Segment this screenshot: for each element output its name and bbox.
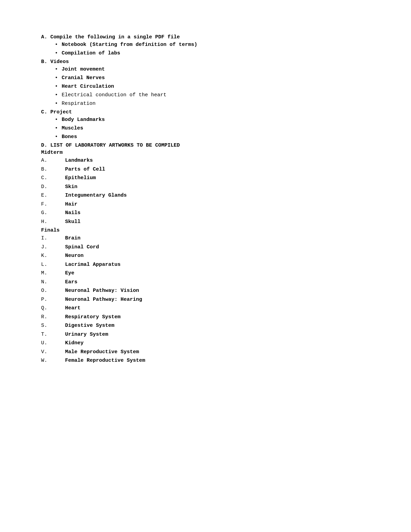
list-letter: H. <box>41 218 65 226</box>
item-label: Landmarks <box>65 156 93 165</box>
list-item: Bones <box>55 133 370 141</box>
list-letter: F. <box>41 200 65 209</box>
list-item: R. Respiratory System <box>41 313 370 322</box>
item-label: Respiration <box>62 101 96 107</box>
list-letter: D. <box>41 183 65 191</box>
list-letter: B. <box>41 165 65 174</box>
item-label: Lacrimal Apparatus <box>65 260 121 269</box>
list-letter: E. <box>41 191 65 200</box>
item-label: Heart <box>65 304 80 313</box>
list-letter: J. <box>41 243 65 252</box>
list-letter: V. <box>41 348 65 357</box>
item-label: Heart Circulation <box>62 84 114 89</box>
item-label: Kidney <box>65 339 84 348</box>
item-label: Integumentary Glands <box>65 191 127 200</box>
list-item: H. Skull <box>41 218 370 226</box>
item-label: Notebook (Starting from definition of te… <box>62 42 197 48</box>
item-label: Respiratory System <box>65 313 121 322</box>
item-label: Digestive System <box>65 321 114 330</box>
list-item: V. Male Reproductive System <box>41 348 370 357</box>
list-letter: P. <box>41 295 65 304</box>
item-label: Ears <box>65 278 77 287</box>
list-letter: G. <box>41 209 65 218</box>
list-letter: O. <box>41 286 65 295</box>
section-d-header: D. LIST OF LABORATORY ARTWORKS TO BE COM… <box>41 143 370 148</box>
finals-label: Finals <box>41 227 370 233</box>
item-label: Brain <box>65 234 80 243</box>
document-content: A. Compile the following in a single PDF… <box>41 34 370 365</box>
list-letter: N. <box>41 278 65 287</box>
list-item: Compilation of labs <box>55 49 370 58</box>
list-item: T. Urinary System <box>41 330 370 339</box>
list-letter: L. <box>41 260 65 269</box>
item-label: Skull <box>65 218 80 226</box>
list-letter: R. <box>41 313 65 322</box>
item-label: Eye <box>65 269 74 278</box>
section-a-header: A. Compile the following in a single PDF… <box>41 34 370 40</box>
finals-list: I. Brain J. Spinal Cord K. Neuron L. Lac… <box>41 234 370 365</box>
item-label: Neuronal Pathway: Hearing <box>65 295 142 304</box>
item-label: Bones <box>62 134 77 140</box>
list-item: Notebook (Starting from definition of te… <box>55 41 370 49</box>
list-letter: C. <box>41 174 65 183</box>
list-item: F. Hair <box>41 200 370 209</box>
item-label: Female Reproductive System <box>65 356 145 365</box>
section-a-list: Notebook (Starting from definition of te… <box>55 41 370 58</box>
list-letter: M. <box>41 269 65 278</box>
list-letter: W. <box>41 356 65 365</box>
list-letter: A. <box>41 156 65 165</box>
section-c-header: C. Project <box>41 109 370 115</box>
list-item: Cranial Nerves <box>55 74 370 82</box>
list-item: P. Neuronal Pathway: Hearing <box>41 295 370 304</box>
midterm-label: Midterm <box>41 150 370 156</box>
list-letter: U. <box>41 339 65 348</box>
list-item: Joint movement <box>55 65 370 74</box>
midterm-list: A. Landmarks B. Parts of Cell C. Epithel… <box>41 156 370 226</box>
section-b: B. Videos Joint movement Cranial Nerves … <box>41 59 370 108</box>
item-label: Skin <box>65 183 77 191</box>
item-label: Joint movement <box>62 66 105 72</box>
list-item: B. Parts of Cell <box>41 165 370 174</box>
item-label: Parts of Cell <box>65 165 105 174</box>
section-d: D. LIST OF LABORATORY ARTWORKS TO BE COM… <box>41 143 370 365</box>
section-c-list: Body Landmarks Muscles Bones <box>55 116 370 141</box>
item-label: Nails <box>65 209 80 218</box>
item-label: Male Reproductive System <box>65 348 139 357</box>
list-item: Electrical conduction of the heart <box>55 91 370 99</box>
list-letter: T. <box>41 330 65 339</box>
list-item: K. Neuron <box>41 251 370 260</box>
list-item: Respiration <box>55 100 370 108</box>
list-letter: K. <box>41 251 65 260</box>
item-label: Cranial Nerves <box>62 75 105 81</box>
item-label: Compilation of labs <box>62 50 120 56</box>
section-a: A. Compile the following in a single PDF… <box>41 34 370 58</box>
list-item: Q. Heart <box>41 304 370 313</box>
list-item: L. Lacrimal Apparatus <box>41 260 370 269</box>
item-label: Electrical conduction of the heart <box>62 92 166 98</box>
list-item: A. Landmarks <box>41 156 370 165</box>
list-item: G. Nails <box>41 209 370 218</box>
item-label: Spinal Cord <box>65 243 99 252</box>
list-item: Heart Circulation <box>55 83 370 91</box>
item-label: Body Landmarks <box>62 117 105 123</box>
item-label: Neuron <box>65 251 84 260</box>
item-label: Hair <box>65 200 77 209</box>
item-label: Urinary System <box>65 330 108 339</box>
section-b-list: Joint movement Cranial Nerves Heart Circ… <box>55 65 370 108</box>
list-item: U. Kidney <box>41 339 370 348</box>
item-label: Epithelium <box>65 174 96 183</box>
list-letter: S. <box>41 321 65 330</box>
section-c: C. Project Body Landmarks Muscles Bones <box>41 109 370 141</box>
list-item: M. Eye <box>41 269 370 278</box>
list-item: C. Epithelium <box>41 174 370 183</box>
list-item: O. Neuronal Pathway: Vision <box>41 286 370 295</box>
item-label: Neuronal Pathway: Vision <box>65 286 139 295</box>
list-letter: Q. <box>41 304 65 313</box>
list-letter: I. <box>41 234 65 243</box>
list-item: S. Digestive System <box>41 321 370 330</box>
list-item: J. Spinal Cord <box>41 243 370 252</box>
list-item: I. Brain <box>41 234 370 243</box>
list-item: Muscles <box>55 124 370 133</box>
list-item: D. Skin <box>41 183 370 191</box>
list-item: Body Landmarks <box>55 116 370 124</box>
